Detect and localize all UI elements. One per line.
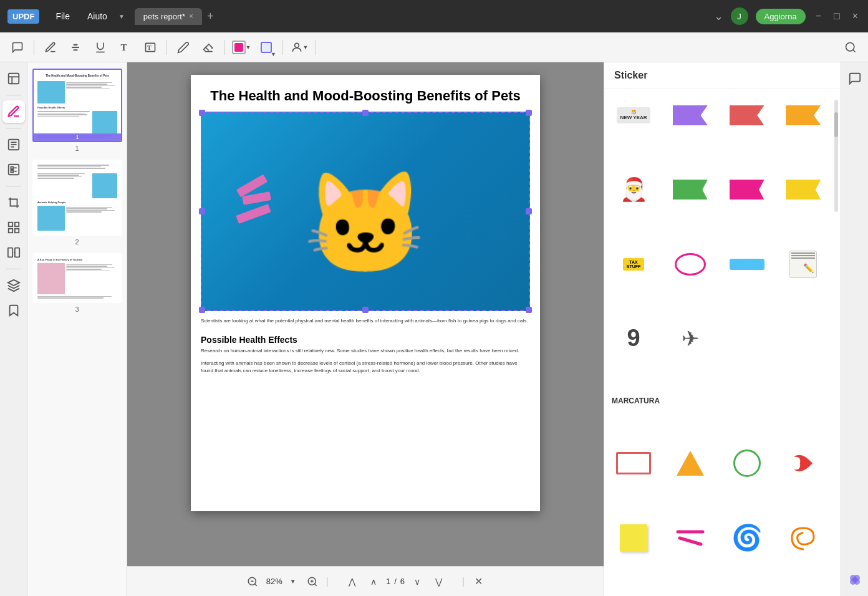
- svg-rect-20: [8, 223, 12, 226]
- pdf-body-health-2: Interacting with animals has been shown …: [191, 360, 540, 380]
- sticker-pink-brush[interactable]: [668, 519, 712, 557]
- sidebar-icon-pages[interactable]: [2, 67, 25, 90]
- file-menu[interactable]: File: [49, 9, 76, 24]
- highlight-tool-btn[interactable]: [39, 36, 62, 59]
- thumbnail-page-3[interactable]: A Key Phase in the History of Tourism: [32, 253, 122, 313]
- svg-rect-23: [14, 229, 18, 233]
- page-current: 1: [386, 577, 390, 586]
- shape-tool-btn[interactable]: ▼: [255, 36, 277, 59]
- sticker-swirl-purple[interactable]: 🌀: [725, 519, 769, 557]
- sidebar-icon-compare[interactable]: [2, 241, 25, 264]
- top-bar: UPDF File Aiuto ▼ pets report* × + ⌄ J A…: [0, 0, 868, 32]
- strikethrough-tool-btn[interactable]: [64, 36, 87, 59]
- svg-point-5: [294, 43, 299, 47]
- left-sidebar: [0, 62, 27, 596]
- top-right-area: ⌄ J Aggiorna − □ ×: [714, 7, 861, 25]
- sticker-number-9[interactable]: 9: [612, 320, 655, 357]
- sticker-swirl-orange[interactable]: [781, 519, 825, 557]
- page-nav: ⋀ ∧ 1 / 6 ∨ ⋁: [344, 573, 447, 590]
- sticker-new-year[interactable]: 🎊NEW YEAR: [612, 97, 655, 134]
- svg-rect-16: [11, 166, 13, 169]
- svg-text:T: T: [147, 44, 152, 51]
- sidebar-icon-form[interactable]: [2, 158, 25, 181]
- sticker-flag-purple[interactable]: [668, 97, 712, 134]
- right-sidebar: [841, 62, 868, 596]
- thumbnail-page-2[interactable]: Animals Helping People 2: [32, 160, 122, 246]
- sticker-notepad[interactable]: ✏️: [781, 246, 825, 283]
- sticker-santa[interactable]: 🎅: [612, 171, 655, 208]
- help-menu[interactable]: Aiuto: [81, 9, 113, 24]
- sticker-rect-outline[interactable]: [612, 445, 655, 482]
- text-box-tool-btn[interactable]: T: [139, 36, 162, 59]
- page-first-btn[interactable]: ⋀: [344, 573, 361, 590]
- sticker-panel-title: Sticker: [604, 62, 841, 89]
- sticker-flag-yellow[interactable]: [781, 171, 825, 208]
- sidebar-icon-highlight[interactable]: [2, 100, 25, 123]
- svg-rect-8: [8, 74, 19, 84]
- tab-dropdown-arrow[interactable]: ▼: [118, 13, 125, 20]
- sticker-flag-pink[interactable]: [725, 171, 769, 208]
- sticker-circle-outline[interactable]: [725, 445, 769, 482]
- page-next-btn[interactable]: ∨: [408, 573, 426, 590]
- sticker-scrollbar[interactable]: [834, 100, 838, 212]
- pdf-page-title: The Health and Mood-Boosting Benefits of…: [191, 75, 540, 112]
- user-avatar: J: [731, 7, 748, 25]
- sticker-flag-orange[interactable]: [781, 97, 825, 134]
- zoom-out-btn[interactable]: [244, 573, 261, 590]
- sticker-paper-plane[interactable]: ✈: [668, 320, 712, 357]
- maximize-btn[interactable]: □: [831, 11, 842, 22]
- pdf-body-1: Scientists are looking at what the poten…: [191, 317, 540, 330]
- stamp-tool-btn[interactable]: ▼: [288, 36, 311, 59]
- color-picker-btn[interactable]: ▼: [230, 36, 253, 59]
- minimize-btn[interactable]: −: [813, 11, 824, 22]
- close-bar-btn[interactable]: ✕: [470, 573, 487, 590]
- pdf-body-health-1: Research on human-animal interactions is…: [191, 347, 540, 360]
- sidebar-icon-layers[interactable]: [2, 274, 25, 297]
- underline-tool-btn[interactable]: [89, 36, 112, 59]
- svg-text:T: T: [121, 42, 127, 52]
- sticker-flag-red[interactable]: [725, 97, 769, 134]
- tabs-overflow-btn[interactable]: ⌄: [714, 9, 723, 23]
- svg-point-6: [846, 42, 854, 50]
- nav-separator-2: |: [462, 576, 465, 587]
- sep5: [316, 40, 316, 55]
- right-sidebar-clover[interactable]: [844, 569, 866, 591]
- page-prev-btn[interactable]: ∧: [365, 573, 382, 590]
- active-tab[interactable]: pets report* ×: [135, 8, 202, 25]
- sticker-sticky-note[interactable]: [612, 519, 655, 557]
- pdf-page: The Health and Mood-Boosting Benefits of…: [191, 75, 540, 511]
- sidebar-icon-organize[interactable]: [2, 216, 25, 239]
- marking-section-label: MARCATURA: [612, 394, 833, 440]
- update-button[interactable]: Aggiorna: [756, 9, 806, 24]
- svg-line-36: [680, 538, 701, 544]
- sidebar-icon-crop[interactable]: [2, 191, 25, 214]
- sticker-oval[interactable]: [668, 246, 712, 283]
- tab-label: pets report*: [143, 12, 185, 21]
- text-tool-btn[interactable]: T: [114, 36, 137, 59]
- tab-add-btn[interactable]: +: [207, 10, 214, 23]
- sidebar-icon-notes[interactable]: [2, 133, 25, 156]
- sticker-note-yellow[interactable]: TAXSTUFF: [612, 246, 655, 283]
- tab-close-btn[interactable]: ×: [189, 12, 193, 21]
- comment-tool-btn[interactable]: [6, 36, 29, 59]
- sticker-stripe-blue[interactable]: [725, 246, 769, 283]
- right-sidebar-chat[interactable]: [844, 67, 866, 90]
- zoom-dropdown-btn[interactable]: ▼: [287, 573, 299, 590]
- page-last-btn[interactable]: ⋁: [430, 573, 447, 590]
- search-btn[interactable]: [839, 36, 862, 59]
- thumb-label-3: 3: [32, 305, 122, 313]
- sticker-grid: 🎊NEW YEAR 🎅: [604, 89, 841, 596]
- sidebar-divider-2: [6, 128, 21, 128]
- main-area: The Health and Mood-Boosting Benefits of…: [0, 62, 868, 596]
- thumbnail-page-1[interactable]: The Health and Mood-Boosting Benefits of…: [32, 69, 122, 152]
- sticker-flag-green[interactable]: [668, 171, 712, 208]
- eraser-tool-btn[interactable]: [197, 36, 219, 59]
- close-btn[interactable]: ×: [850, 11, 861, 22]
- sidebar-icon-bookmark[interactable]: [2, 299, 25, 322]
- sticker-arrow-red[interactable]: [781, 445, 825, 482]
- zoom-in-btn[interactable]: [304, 573, 321, 590]
- pen-tool-btn[interactable]: [172, 36, 195, 59]
- sidebar-divider-1: [6, 95, 21, 95]
- sticker-triangle-outline[interactable]: [668, 445, 712, 482]
- sticker-panel: Sticker 🎊NEW YEAR 🎅: [604, 62, 841, 596]
